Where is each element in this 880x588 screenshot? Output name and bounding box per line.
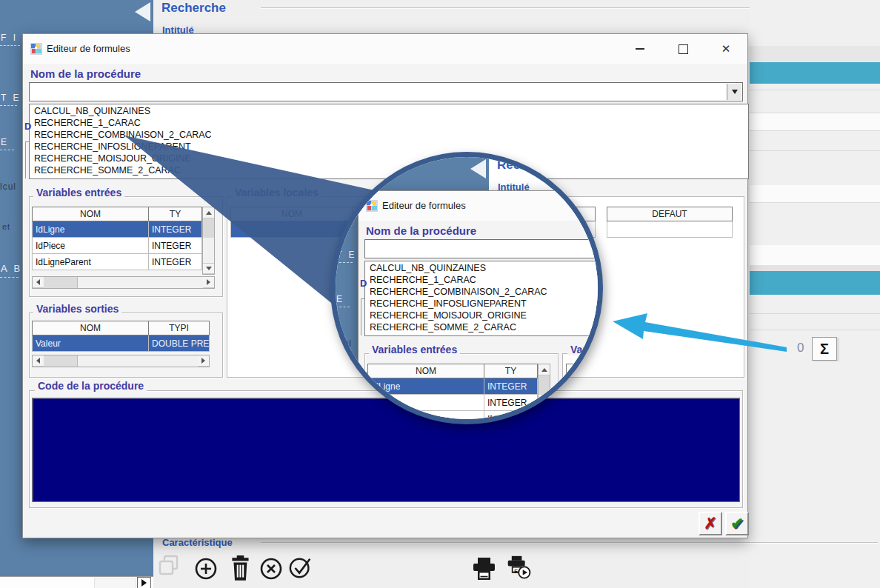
procedure-combobox[interactable]: [29, 82, 743, 101]
table-cell[interactable]: INTEGER: [484, 378, 538, 395]
scroll-down-button[interactable]: [203, 263, 214, 274]
hidden-group-border: [25, 141, 29, 178]
dialog-title: Editeur de formules: [47, 43, 130, 54]
print-icon[interactable]: [472, 555, 497, 584]
list-item[interactable]: RECHERCHE_MOISJOUR_ORIGINE: [370, 310, 603, 322]
column-header-type[interactable]: TYPI: [148, 321, 210, 335]
collapse-left-icon[interactable]: [469, 158, 488, 180]
sidebar-fragment: T E: [1, 93, 21, 103]
form-row: [750, 265, 880, 271]
app-icon: [366, 200, 378, 212]
procedure-list[interactable]: CALCUL_NB_QUINZAINES RECHERCHE_1_CARAC R…: [29, 104, 749, 179]
collapse-left-icon[interactable]: [133, 1, 153, 23]
add-icon[interactable]: [194, 556, 219, 584]
form-row-highlight: [750, 271, 880, 295]
procedure-list[interactable]: CALCUL_NB_QUINZAINES RECHERCHE_1_CARAC R…: [364, 261, 603, 336]
confirm-check-icon: ✔: [730, 515, 744, 532]
list-item[interactable]: RECHERCHE_SOMME_2_CARAC: [370, 322, 603, 334]
table-cell[interactable]: IdPiece: [32, 238, 149, 254]
scene: F I C T E E lcul et A B Recherche Intitu…: [336, 157, 603, 424]
copy-icon[interactable]: [158, 554, 183, 582]
maximize-button[interactable]: [666, 34, 700, 64]
confirm-button[interactable]: ✔: [725, 512, 749, 535]
table-cell[interactable]: INTEGER: [148, 254, 202, 270]
sum-value: 0: [797, 341, 804, 355]
list-item[interactable]: RECHERCHE_COMBINAISON_2_CARAC: [34, 130, 748, 141]
list-item[interactable]: RECHERCHE_INFOSLIGNEPARENT: [34, 141, 748, 153]
scroll-left-button[interactable]: [33, 277, 44, 288]
table-cell[interactable]: [230, 221, 353, 238]
list-item[interactable]: RECHERCHE_MOISJOUR_ORIGINE: [34, 153, 748, 165]
delete-icon[interactable]: [228, 555, 253, 583]
scrollbar-thumb[interactable]: [203, 218, 214, 238]
code-editor[interactable]: [32, 398, 740, 502]
column-header-nom[interactable]: NOM: [230, 207, 353, 221]
column-header-defaut[interactable]: DEFAUT: [607, 207, 733, 221]
table-cell[interactable]: IdLigne: [367, 378, 484, 395]
cancel-x-icon: ✗: [704, 515, 717, 532]
column-header-type[interactable]: TY: [484, 364, 538, 378]
cancel-button[interactable]: ✗: [699, 512, 722, 535]
scrollbar-thumb[interactable]: [539, 375, 550, 395]
table-cell[interactable]: INTEGER: [484, 395, 538, 411]
column-header-nom[interactable]: NOM: [367, 364, 484, 378]
scrollbar-thumb[interactable]: [94, 578, 136, 588]
scroll-left-button[interactable]: [33, 355, 44, 367]
dialog-titlebar[interactable]: Editeur de formules ✕: [359, 191, 603, 221]
app-icon: [30, 43, 42, 55]
procedure-name-label: Nom de la procédure: [366, 224, 476, 237]
table-cell[interactable]: INTEGER: [148, 221, 202, 238]
combobox-dropdown-button[interactable]: [727, 84, 741, 100]
form-row: [750, 113, 880, 130]
divider: [750, 313, 880, 314]
list-item[interactable]: RECHERCHE_COMBINAISON_2_CARAC: [370, 287, 603, 298]
validate-icon[interactable]: [289, 554, 314, 582]
scrollbar-thumb[interactable]: [44, 355, 78, 367]
section-caracteristique: Caractéristique: [162, 537, 233, 548]
list-item[interactable]: RECHERCHE_1_CARAC: [34, 118, 748, 130]
vertical-scrollbar[interactable]: [202, 207, 215, 275]
print-export-icon[interactable]: E: [507, 554, 532, 582]
procedure-name-label: Nom de la procédure: [30, 67, 141, 80]
minimize-button[interactable]: [623, 34, 657, 64]
list-item[interactable]: RECHERCHE_INFOSLIGNEPARENT: [370, 298, 603, 310]
column-header-nom[interactable]: NOM: [32, 321, 149, 335]
right-arrow-icon: [207, 279, 210, 285]
horizontal-scrollbar[interactable]: [32, 355, 210, 367]
close-icon: ✕: [721, 42, 731, 56]
scroll-right-button[interactable]: [203, 277, 214, 288]
dialog-titlebar[interactable]: Editeur de formules ✕: [23, 34, 747, 64]
up-arrow-icon: [541, 368, 547, 372]
sidebar-fragment: A B: [1, 263, 22, 274]
table-cell[interactable]: DOUBLE PRE: [148, 335, 210, 352]
column-header-nom[interactable]: NOM: [32, 207, 149, 221]
scrollbar-thumb[interactable]: [44, 277, 78, 288]
divider: [750, 130, 880, 131]
scroll-up-button[interactable]: [539, 364, 550, 375]
list-item[interactable]: CALCUL_NB_QUINZAINES: [34, 106, 748, 118]
hidden-group-border: [361, 298, 364, 335]
table-cell[interactable]: Valeur: [32, 335, 149, 352]
scroll-right-button[interactable]: [198, 355, 209, 367]
dialog-title: Editeur de formules: [382, 200, 466, 211]
column-header-type[interactable]: TY: [148, 207, 202, 221]
table-cell[interactable]: INTEGER: [148, 238, 202, 254]
horizontal-scrollbar[interactable]: [0, 576, 153, 588]
close-button[interactable]: ✕: [709, 34, 743, 64]
table-cell[interactable]: IdLigneParent: [32, 254, 149, 270]
scroll-up-button[interactable]: [203, 207, 214, 218]
sigma-button[interactable]: Σ: [812, 337, 837, 361]
cancel-icon[interactable]: [259, 556, 284, 584]
down-arrow-icon: [206, 267, 212, 270]
procedure-combobox[interactable]: [364, 239, 603, 258]
divider: [0, 105, 17, 106]
list-item[interactable]: CALCUL_NB_QUINZAINES: [370, 263, 603, 275]
horizontal-scrollbar[interactable]: [32, 276, 215, 289]
table-cell[interactable]: [607, 221, 733, 238]
list-item[interactable]: RECHERCHE_1_CARAC: [370, 275, 603, 287]
table-cell[interactable]: IdLigne: [32, 221, 149, 238]
scroll-right-button[interactable]: [137, 577, 151, 588]
hidden-group-fragment: D: [24, 121, 31, 132]
sigma-icon: Σ: [820, 341, 829, 358]
sidebar-fragment: lcul: [0, 181, 16, 192]
